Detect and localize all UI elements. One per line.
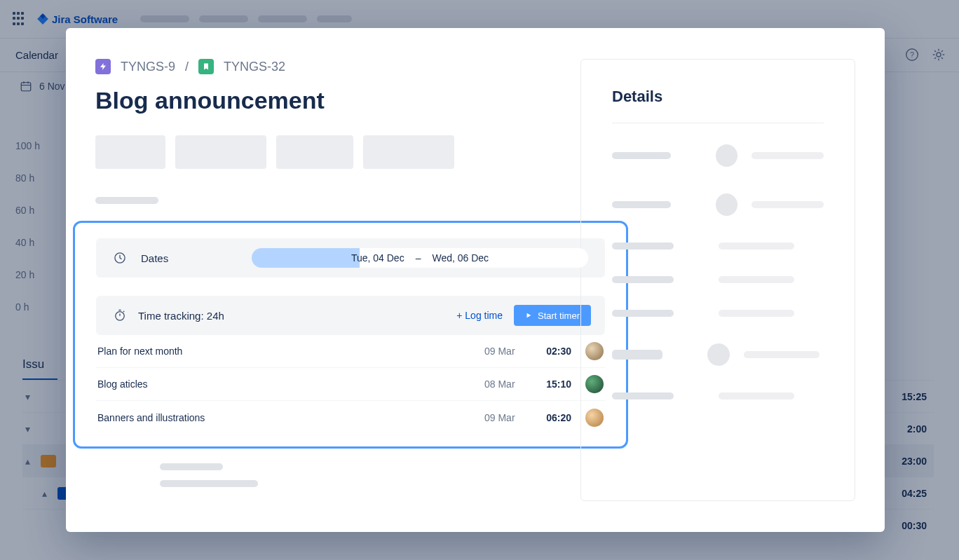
worklog-row[interactable]: Banners and illustrations 09 Mar 06:20 [96, 401, 605, 434]
log-time-link[interactable]: + Log time [456, 310, 503, 321]
details-row [612, 392, 824, 399]
date-range[interactable]: Tue, 04 Dec – Wed, 06 Dec [252, 248, 588, 268]
breadcrumb-sep: / [185, 60, 189, 74]
details-panel: Details [580, 59, 855, 501]
field-placeholder [95, 197, 158, 204]
details-row [612, 193, 824, 216]
worklog-duration: 15:10 [538, 378, 571, 390]
issue-actions [95, 135, 558, 169]
worklog-duration: 02:30 [538, 346, 571, 357]
time-tracking-panel: Dates Tue, 04 Dec – Wed, 06 Dec Time tra… [73, 221, 628, 449]
details-row [612, 276, 824, 283]
worklog-row[interactable]: Plan for next month 09 Mar 02:30 [96, 335, 605, 368]
details-row [612, 343, 824, 366]
breadcrumb-parent[interactable]: TYNGS-9 [121, 60, 175, 74]
time-tracking-label: Time tracking: 24h [138, 310, 224, 322]
details-row [612, 243, 824, 250]
time-tracking-bar: Time tracking: 24h + Log time Start time… [96, 296, 605, 335]
action-placeholder[interactable] [363, 135, 454, 169]
date-end: Wed, 06 Dec [432, 252, 489, 264]
worklog-date: 09 Mar [484, 346, 524, 357]
clock-icon [113, 251, 127, 265]
date-start: Tue, 04 Dec [351, 252, 404, 264]
details-row [612, 144, 824, 167]
worklog-row[interactable]: Blog aticles 08 Mar 15:10 [96, 368, 605, 401]
issue-modal: TYNGS-9 / TYNGS-32 Blog announcement Dat… [66, 28, 885, 532]
details-title: Details [612, 88, 824, 106]
breadcrumb-key[interactable]: TYNGS-32 [224, 60, 285, 74]
play-icon [525, 312, 532, 319]
worklog-date: 08 Mar [484, 378, 524, 390]
dates-label: Dates [141, 252, 168, 264]
start-timer-label: Start timer [538, 310, 580, 321]
worklog-duration: 06:20 [538, 412, 571, 423]
dates-bar: Dates Tue, 04 Dec – Wed, 06 Dec [96, 238, 605, 278]
issue-title[interactable]: Blog announcement [95, 87, 558, 114]
worklog-name: Plan for next month [97, 346, 470, 357]
svg-point-5 [116, 312, 125, 321]
divider [612, 123, 824, 123]
action-placeholder[interactable] [175, 135, 266, 169]
worklog-date: 09 Mar [484, 412, 524, 423]
breadcrumb: TYNGS-9 / TYNGS-32 [95, 59, 558, 74]
worklog-name: Blog aticles [97, 378, 470, 390]
story-icon[interactable] [198, 59, 214, 74]
details-row [612, 310, 824, 317]
action-placeholder[interactable] [276, 135, 353, 169]
stopwatch-icon [113, 308, 127, 322]
action-placeholder[interactable] [95, 135, 165, 169]
worklog-name: Banners and illustrations [97, 412, 470, 423]
epic-icon[interactable] [95, 59, 111, 74]
start-timer-button[interactable]: Start timer [514, 305, 591, 326]
date-sep: – [416, 252, 421, 264]
footer-placeholder [160, 463, 258, 487]
